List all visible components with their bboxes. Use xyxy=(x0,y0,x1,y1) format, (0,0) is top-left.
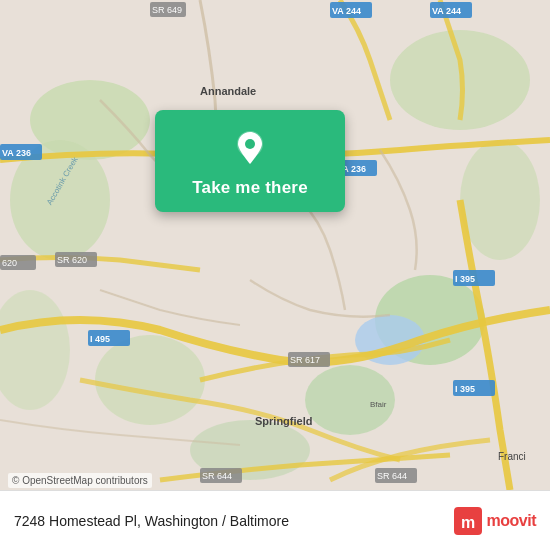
svg-point-7 xyxy=(95,335,205,425)
svg-text:I 395: I 395 xyxy=(455,384,475,394)
svg-text:Annandale: Annandale xyxy=(200,85,256,97)
svg-text:m: m xyxy=(460,514,474,531)
map-view: Annandale Springfield Franci VA 236 VA 2… xyxy=(0,0,550,490)
address-label: 7248 Homestead Pl, Washington / Baltimor… xyxy=(14,513,289,529)
moovit-icon: m xyxy=(454,507,482,535)
svg-point-4 xyxy=(460,140,540,260)
svg-text:VA 236: VA 236 xyxy=(2,148,31,158)
svg-text:SR 644: SR 644 xyxy=(202,471,232,481)
take-me-there-button[interactable]: Take me there xyxy=(192,178,308,198)
svg-text:SR 620: SR 620 xyxy=(57,255,87,265)
svg-text:I 395: I 395 xyxy=(455,274,475,284)
svg-text:SR 644: SR 644 xyxy=(377,471,407,481)
moovit-brand-label: moovit xyxy=(487,512,536,530)
location-pin-icon xyxy=(230,128,270,168)
svg-text:VA 244: VA 244 xyxy=(432,6,461,16)
moovit-logo: m moovit xyxy=(454,507,536,535)
svg-text:Springfield: Springfield xyxy=(255,415,312,427)
svg-text:SR 617: SR 617 xyxy=(290,355,320,365)
bottom-bar: 7248 Homestead Pl, Washington / Baltimor… xyxy=(0,490,550,550)
location-popup: Take me there xyxy=(155,110,345,212)
svg-text:Bfair: Bfair xyxy=(370,400,387,409)
svg-text:Franci: Franci xyxy=(498,451,526,462)
svg-text:SR 649: SR 649 xyxy=(152,5,182,15)
svg-text:VA 244: VA 244 xyxy=(332,6,361,16)
svg-text:620: 620 xyxy=(2,258,17,268)
svg-point-43 xyxy=(245,139,255,149)
svg-text:I 495: I 495 xyxy=(90,334,110,344)
copyright-notice: © OpenStreetMap contributors xyxy=(8,473,152,488)
